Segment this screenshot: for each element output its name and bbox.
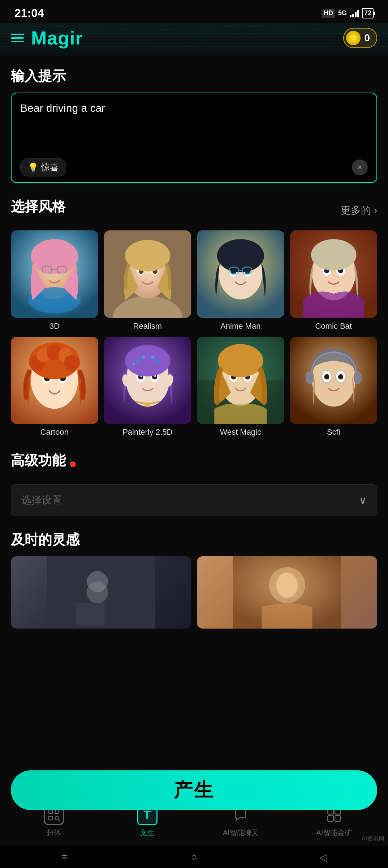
svg-rect-104 [335,816,341,821]
style-image-3d [11,230,98,318]
generate-button[interactable]: 产生 [11,770,377,810]
svg-point-84 [338,374,343,379]
svg-rect-86 [354,371,362,384]
svg-rect-85 [306,371,314,384]
svg-point-18 [125,240,170,272]
style-label-comic-bat: Comic Bat [315,322,352,331]
svg-point-7 [31,239,78,274]
hamburger-line-2 [11,37,24,39]
style-item-comic-bat[interactable]: Comic Bat [290,230,378,331]
style-item-west-magic[interactable]: West Magic [197,337,284,437]
style-label-painterly: Painterly 2.5D [122,427,172,437]
hd-indicator: HD [322,9,335,18]
header-row: Magir ⭐ 0 [11,27,377,49]
header-left: Magir [11,27,83,49]
style-image-west [197,337,284,424]
more-label: 更多的 [341,204,371,217]
style-thumbnail-comic [290,230,378,318]
battery-level: 72 [364,9,371,17]
style-thumbnail-realism [104,230,191,318]
inspiration-section: 及时的灵感 [11,531,377,629]
status-icons: HD 5G 72 [322,8,374,18]
status-bar: 21:04 HD 5G 72 [0,0,388,24]
surprise-button[interactable]: 💡 惊喜 [20,158,66,176]
inspiration-grid [11,556,377,629]
svg-point-64 [136,358,140,363]
coin-star-icon: ⭐ [346,31,361,45]
style-item-3d[interactable]: 3D [11,230,98,331]
signal-bar-1 [350,15,352,17]
svg-rect-97 [55,810,59,813]
sys-nav-menu[interactable]: ≡ [54,852,76,863]
bottom-spacer [11,636,377,759]
dropdown-chevron-icon: ∨ [359,494,367,506]
menu-button[interactable] [11,34,24,42]
style-thumbnail-cartoon [11,337,98,424]
svg-point-61 [125,345,170,376]
style-thumbnail-west [197,337,284,424]
style-image-cartoon [11,337,98,424]
coin-count: 0 [364,32,370,44]
style-item-realism[interactable]: Realism [104,230,191,331]
svg-point-68 [151,355,155,359]
svg-point-69 [145,402,150,407]
input-section-title: 输入提示 [11,67,377,85]
prompt-bottom-row: 💡 惊喜 × [20,158,368,176]
nav-label-text: 文生 [140,828,155,838]
svg-point-67 [155,358,159,363]
advanced-header: 高级功能 [11,451,377,477]
prompt-wrapper: Bear driving a car 💡 惊喜 × [11,93,377,183]
system-nav-bar: ≡ ○ ◁ [0,846,388,868]
generate-btn-wrapper: 产生 [0,770,388,810]
sys-home-icon: ○ [191,851,197,863]
svg-rect-91 [76,603,105,625]
status-time: 21:04 [14,7,44,20]
hamburger-line-1 [11,34,24,35]
style-header: 选择风格 更多的 › [11,197,377,223]
watermark: AI资讯网 [362,835,384,843]
sys-back-icon: ◁ [319,851,327,863]
5g-indicator: 5G [338,9,347,17]
sys-nav-back[interactable]: ◁ [312,852,334,863]
prompt-input[interactable]: Bear driving a car [20,102,368,153]
style-label-3d: 3D [49,322,60,331]
style-image-realism [104,230,191,318]
svg-point-83 [324,374,329,379]
svg-rect-103 [328,816,333,821]
svg-point-95 [276,573,298,598]
settings-dropdown[interactable]: 选择设置 ∨ [11,484,377,516]
style-label-realism: Realism [133,322,162,331]
advanced-section: 高级功能 选择设置 ∨ [11,451,377,516]
main-content: 输入提示 Bear driving a car 💡 惊喜 × 选择风格 更多的 … [0,56,388,759]
style-item-painterly[interactable]: Painterly 2.5D [104,337,191,437]
style-grid-row1: 3D [11,230,377,331]
clear-icon: × [358,163,362,172]
sys-hamburger-icon: ≡ [62,851,68,863]
coin-badge[interactable]: ⭐ 0 [343,28,377,48]
inspiration-item-2[interactable] [197,556,377,629]
svg-rect-98 [49,816,52,820]
svg-point-65 [141,355,145,358]
style-thumbnail-painterly [104,337,191,424]
style-image-scfi [290,337,378,424]
nav-label-ai-talk: AI智能聊天 [223,828,259,838]
svg-point-78 [218,344,263,377]
style-item-cartoon[interactable]: Cartoon [11,337,98,437]
svg-point-90 [87,582,108,603]
style-thumbnail-3d [11,230,98,318]
signal-bar-3 [355,12,357,17]
inspiration-item-1[interactable] [11,556,191,629]
svg-line-100 [58,819,60,821]
style-item-scfi[interactable]: Scfi [290,337,378,437]
style-thumbnail-anime [197,230,284,318]
notification-dot [70,461,76,467]
hamburger-line-3 [11,41,24,42]
sys-nav-home[interactable]: ○ [183,852,205,863]
style-item-anime-man[interactable]: Anime Man [197,230,284,331]
header-section: Magir ⭐ 0 [0,24,388,56]
style-label-anime-man: Anime Man [220,322,260,331]
signal-bar-2 [352,14,354,17]
more-styles-link[interactable]: 更多的 › [341,204,377,217]
clear-button[interactable]: × [352,159,368,175]
style-label-west-magic: West Magic [220,427,261,437]
